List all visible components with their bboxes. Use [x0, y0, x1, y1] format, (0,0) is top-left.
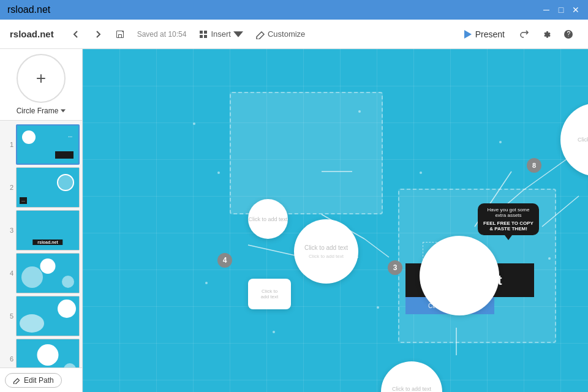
- slide-number-5: 5: [2, 312, 13, 320]
- frame-selector: + Circle Frame: [0, 49, 82, 121]
- slide-number-1: 1: [2, 141, 13, 148]
- app-logo: rsload.net: [10, 29, 54, 39]
- circle-node-topright-large[interactable]: Click to add text: [560, 103, 588, 176]
- circle-node-bottom[interactable]: Click to add text Click to add text: [381, 361, 442, 392]
- thumb-row-4: 4: [0, 252, 82, 295]
- present-button[interactable]: Present: [457, 26, 512, 43]
- circle-frame-preview[interactable]: +: [17, 54, 66, 103]
- dot: [193, 123, 195, 125]
- help-button[interactable]: [559, 26, 578, 43]
- titlebar: rsload.net ─ □ ✕: [0, 0, 588, 20]
- minimize-button[interactable]: ─: [541, 5, 551, 15]
- thumb-content-3: rsload.net: [17, 211, 79, 250]
- slide-thumb-2[interactable]: ⋯: [16, 167, 80, 208]
- thumb-content-2: ⋯: [17, 168, 79, 207]
- left-panel: + Circle Frame 1 ⋯: [0, 49, 83, 392]
- svg-rect-1: [204, 31, 207, 34]
- edit-path-button[interactable]: Edit Path: [5, 373, 62, 388]
- thumb-row-1: 1 ⋯: [0, 123, 82, 166]
- maximize-button[interactable]: □: [556, 5, 566, 15]
- thumb-row-6: 6: [0, 337, 82, 368]
- slide-thumb-5[interactable]: [16, 296, 80, 336]
- save-button[interactable]: [110, 26, 130, 43]
- svg-line-5: [364, 239, 389, 257]
- play-icon: [464, 30, 472, 39]
- step-badge-8: 8: [527, 158, 541, 173]
- slide-node-bottomleft[interactable]: Click toadd text: [248, 279, 291, 309]
- insert-button[interactable]: Insert: [194, 26, 248, 43]
- thumb-content-4: [17, 254, 79, 293]
- main-add-text-sub: Click to add text: [304, 254, 348, 259]
- dot: [205, 282, 208, 284]
- step-badge-4: 4: [217, 253, 232, 268]
- slide-number-6: 6: [2, 355, 13, 363]
- main-add-text: Click to add text: [304, 244, 348, 251]
- thumb-content-5: [17, 296, 79, 336]
- edit-path-icon: [13, 377, 20, 384]
- forward-button[interactable]: [88, 26, 108, 43]
- back-button[interactable]: [66, 26, 86, 43]
- dot: [499, 141, 502, 143]
- bottom-circle-text: Click to add text: [392, 386, 431, 392]
- share-button[interactable]: [514, 26, 534, 43]
- thumb-row-2: 2 ⋯: [0, 166, 82, 209]
- thumb-content-1: ⋯: [17, 126, 78, 164]
- thumb-row-5: 5: [0, 295, 82, 337]
- dot: [217, 172, 220, 174]
- settings-button[interactable]: [537, 26, 556, 43]
- slide-thumb-3[interactable]: rsload.net: [16, 210, 80, 251]
- dot: [377, 306, 379, 309]
- add-text-label: Click to add text: [248, 216, 287, 222]
- svg-rect-0: [200, 31, 203, 34]
- customize-button[interactable]: Customize: [251, 26, 310, 43]
- titlebar-controls: ─ □ ✕: [541, 5, 581, 15]
- bubble-text-1: Have you got some extra assets: [483, 207, 534, 218]
- slide-thumb-1[interactable]: ⋯: [16, 124, 80, 165]
- slide-number-4: 4: [2, 270, 13, 277]
- circle-node-center[interactable]: Click to add text Click to add text: [294, 219, 358, 284]
- speech-bubble[interactable]: Have you got some extra assets FEEL FREE…: [478, 203, 539, 235]
- thumb-row-3: 3 rsload.net: [0, 209, 82, 252]
- main-slide-frame: [230, 92, 383, 214]
- thumb-content-6: [17, 339, 79, 368]
- titlebar-title: rsload.net: [7, 4, 50, 15]
- circle-node-main[interactable]: [420, 236, 499, 315]
- canvas[interactable]: 4 3 8 Click to add text Click toadd text…: [83, 49, 588, 392]
- slide-number-3: 3: [2, 227, 13, 234]
- frame-type-select[interactable]: Circle Frame: [17, 107, 66, 115]
- svg-rect-3: [204, 35, 207, 38]
- bubble-text-2: FEEL FREE TO COPY& PASTE THEM!: [483, 221, 534, 232]
- bottom-bar: Edit Path: [0, 368, 82, 392]
- slide-thumb-6[interactable]: [16, 339, 80, 368]
- add-icon: +: [36, 69, 46, 88]
- main-layout: + Circle Frame 1 ⋯: [0, 49, 588, 392]
- toolbar: rsload.net Saved at 10:54 Insert Customi…: [0, 20, 588, 49]
- dot: [420, 172, 422, 174]
- slide-number-2: 2: [2, 184, 13, 191]
- circle-node-topleft[interactable]: Click to add text: [248, 199, 288, 239]
- step-badge-3: 3: [388, 260, 402, 275]
- slide-thumbnails: 1 ⋯ 2 ⋯: [0, 121, 82, 368]
- svg-rect-2: [200, 35, 203, 38]
- dot: [273, 331, 275, 333]
- add-text-topright: Click to add text: [575, 134, 588, 146]
- slide-thumb-4[interactable]: [16, 253, 80, 293]
- saved-status: Saved at 10:54: [137, 30, 187, 39]
- add-text-label-2: Click toadd text: [261, 288, 278, 300]
- close-button[interactable]: ✕: [571, 5, 581, 15]
